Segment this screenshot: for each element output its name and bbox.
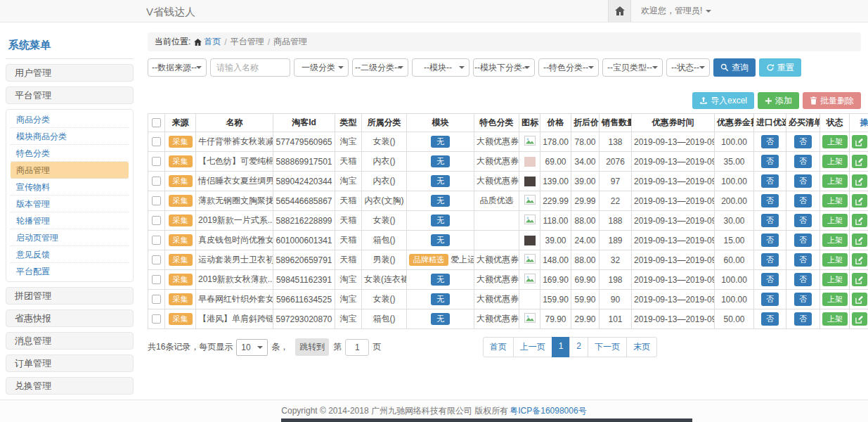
sidebar-item-5[interactable]: 商品管理 (11, 162, 129, 179)
status-button[interactable]: 上架 (822, 174, 848, 188)
row-checkbox[interactable] (152, 314, 161, 324)
module-cell: 无 (407, 270, 474, 290)
batch-delete-button[interactable]: 批量删除 (803, 92, 861, 109)
status-button[interactable]: 上架 (822, 135, 848, 148)
must-buy-toggle[interactable]: 否 (794, 135, 812, 148)
status-button[interactable]: 上架 (822, 273, 848, 286)
home-button[interactable] (608, 0, 631, 22)
import-excel-button[interactable]: 导入excel (692, 92, 754, 109)
breadcrumb-section: 平台管理 (231, 36, 264, 48)
import-optional-toggle[interactable]: 否 (761, 234, 779, 247)
feature-select[interactable]: --特色分类-- (538, 58, 599, 77)
per-page-select[interactable]: 10 (236, 339, 268, 356)
must-buy-toggle[interactable]: 否 (794, 214, 812, 227)
import-optional-toggle[interactable]: 否 (761, 155, 779, 168)
row-checkbox[interactable] (152, 295, 161, 304)
edit-button[interactable] (852, 194, 867, 207)
sidebar-item-11[interactable]: 平台配置 (11, 263, 129, 280)
import-optional-toggle[interactable]: 否 (761, 293, 779, 306)
edit-button[interactable] (852, 135, 867, 148)
category2-select[interactable]: --二级分类-- (352, 58, 408, 77)
must-buy-toggle[interactable]: 否 (794, 234, 812, 247)
status-button[interactable]: 上架 (822, 155, 848, 168)
must-buy-toggle[interactable]: 否 (794, 253, 812, 267)
column-header: 特色分类 (474, 114, 519, 132)
sidebar-item-9[interactable]: 启动页管理 (11, 229, 129, 246)
import-cell: 否 (754, 211, 786, 231)
data-source-select[interactable]: --数据来源-- (148, 58, 207, 77)
sidebar-item-13[interactable]: 省惠快报 (6, 309, 134, 327)
status-button[interactable]: 上架 (822, 253, 848, 267)
page-next[interactable]: 下一页 (588, 337, 627, 357)
sidebar-item-14[interactable]: 消息管理 (6, 332, 134, 350)
select-all-checkbox[interactable] (152, 118, 161, 127)
sidebar-item-3[interactable]: 模块商品分类 (11, 128, 129, 145)
import-optional-toggle[interactable]: 否 (761, 135, 779, 148)
sidebar-item-2[interactable]: 商品分类 (11, 111, 129, 128)
import-optional-toggle[interactable]: 否 (761, 312, 779, 326)
sidebar-item-10[interactable]: 意见反馈 (11, 246, 129, 263)
sidebar-item-1[interactable]: 平台管理 (6, 87, 134, 104)
search-button[interactable]: 查询 (713, 58, 756, 77)
row-checkbox[interactable] (152, 275, 161, 284)
icp-link[interactable]: 粤ICP备16098006号 (510, 405, 586, 417)
sidebar-item-4[interactable]: 特色分类 (11, 145, 129, 162)
page-last[interactable]: 末页 (626, 337, 657, 357)
name-input[interactable] (210, 58, 290, 77)
edit-button[interactable] (852, 273, 867, 286)
import-optional-toggle[interactable]: 否 (761, 194, 779, 207)
edit-button[interactable] (852, 234, 867, 247)
row-checkbox[interactable] (152, 216, 161, 225)
must-buy-toggle[interactable]: 否 (794, 174, 812, 188)
sidebar-item-7[interactable]: 版本管理 (11, 196, 129, 212)
column-header: 折后价 (571, 114, 600, 132)
status-button[interactable]: 上架 (822, 194, 848, 207)
status-button[interactable]: 上架 (822, 214, 848, 227)
edit-button[interactable] (852, 214, 867, 227)
edit-button[interactable] (852, 293, 867, 306)
row-checkbox[interactable] (152, 236, 161, 245)
add-button[interactable]: 添加 (758, 92, 799, 109)
row-checkbox[interactable] (152, 157, 161, 166)
edit-button[interactable] (852, 174, 867, 188)
import-optional-toggle[interactable]: 否 (761, 253, 779, 267)
sidebar-item-8[interactable]: 轮播管理 (11, 212, 129, 229)
status-button[interactable]: 上架 (822, 234, 848, 247)
item-type-select[interactable]: --宝贝类型-- (602, 58, 663, 77)
page-prev[interactable]: 上一页 (513, 337, 552, 357)
page-1[interactable]: 1 (552, 337, 571, 357)
status-select[interactable]: --状态-- (666, 58, 710, 77)
row-checkbox[interactable] (152, 255, 161, 264)
must-buy-toggle[interactable]: 否 (794, 312, 812, 326)
row-checkbox[interactable] (152, 177, 161, 186)
sidebar-item-12[interactable]: 拼团管理 (6, 287, 134, 305)
user-menu[interactable]: 欢迎您，管理员! (641, 5, 711, 17)
page-2[interactable]: 2 (569, 337, 588, 357)
sidebar-item-0[interactable]: 用户管理 (6, 64, 134, 82)
page-jump-input[interactable] (345, 339, 369, 356)
row-checkbox[interactable] (152, 196, 161, 205)
must-buy-toggle[interactable]: 否 (794, 293, 812, 306)
breadcrumb-home-link[interactable]: 首页 (194, 36, 221, 48)
sidebar-item-15[interactable]: 订单管理 (6, 354, 134, 372)
must-buy-toggle[interactable]: 否 (794, 273, 812, 286)
status-button[interactable]: 上架 (822, 293, 848, 306)
must-buy-toggle[interactable]: 否 (794, 194, 812, 207)
edit-button[interactable] (852, 155, 867, 168)
jump-button[interactable]: 跳转到 (295, 338, 329, 356)
page-first[interactable]: 首页 (483, 337, 514, 357)
reset-button[interactable]: 重置 (759, 58, 801, 77)
import-optional-toggle[interactable]: 否 (761, 174, 779, 188)
import-optional-toggle[interactable]: 否 (761, 273, 779, 286)
import-optional-toggle[interactable]: 否 (761, 214, 779, 227)
module-select[interactable]: --模块-- (412, 58, 469, 77)
sidebar-item-6[interactable]: 宣传物料 (11, 179, 129, 196)
category1-select[interactable]: 一级分类 (294, 58, 349, 77)
edit-button[interactable] (852, 312, 867, 326)
module-sub-select[interactable]: --模块下分类-- (473, 58, 535, 77)
sidebar-item-16[interactable]: 兑换管理 (6, 377, 134, 395)
edit-button[interactable] (852, 253, 867, 267)
must-buy-toggle[interactable]: 否 (794, 155, 812, 168)
status-button[interactable]: 上架 (822, 312, 848, 326)
row-checkbox[interactable] (152, 137, 161, 146)
